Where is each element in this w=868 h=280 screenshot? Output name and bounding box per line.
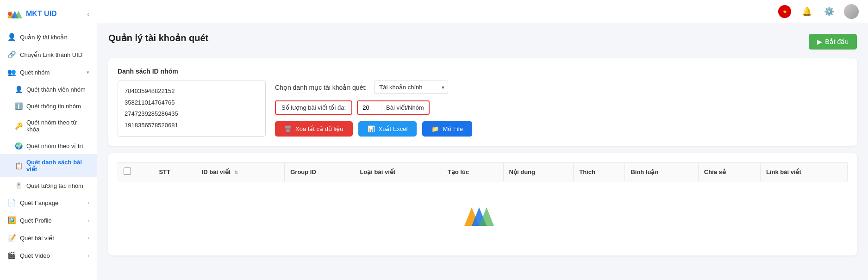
col-stt: STT xyxy=(153,163,196,181)
gear-icon: ⚙️ xyxy=(824,6,834,17)
logo-area: MKT UID ‹ xyxy=(0,0,97,28)
open-file-button[interactable]: 📁 Mở File xyxy=(422,121,472,137)
id-item: 784035948822152 xyxy=(125,86,259,97)
col-noi-dung: Nội dung xyxy=(503,163,574,181)
table-card: STT ID bài viết ⇅ Group ID Loại bài viết xyxy=(108,153,857,255)
max-posts-label: Số lượng bài viết tối đa: xyxy=(275,100,352,115)
users-icon: 👥 xyxy=(7,68,16,76)
notifications-button[interactable]: 🔔 xyxy=(799,4,814,19)
col-id-bai-viet: ID bài viết ⇅ xyxy=(196,163,285,181)
sidebar-item-label: Quét nhóm theo vị trí xyxy=(26,143,83,149)
sidebar-item-label: Quét Video xyxy=(20,252,50,259)
sidebar-item-quet-bai-viet-menu[interactable]: 📝 Quét bài viết › xyxy=(0,229,97,247)
select-all-checkbox[interactable] xyxy=(124,168,131,175)
max-posts-input-group: Bài viết/Nhóm xyxy=(357,100,430,115)
delete-all-button[interactable]: 🗑️ Xóa tất cả dữ liệu xyxy=(275,121,353,137)
sidebar: MKT UID ‹ 👤 Quản lý tài khoản 🔗 Chuyển L… xyxy=(0,0,97,280)
sidebar-item-quet-nhom[interactable]: 👥 Quét nhóm ▾ xyxy=(0,63,97,81)
page-title: Quản lý tài khoản quét xyxy=(108,32,208,44)
account-select-row: Chọn danh mục tài khoản quét: Tài khoản … xyxy=(275,81,848,94)
content-area: Quản lý tài khoản quét ▶ Bắt đầu Danh sá… xyxy=(97,23,868,280)
data-table: STT ID bài viết ⇅ Group ID Loại bài viết xyxy=(118,162,848,181)
trash-icon: 🗑️ xyxy=(284,125,292,132)
export-excel-button[interactable]: 📊 Xuất Excel xyxy=(358,121,417,137)
sidebar-item-label: Quản lý tài khoản xyxy=(20,34,68,41)
sidebar-item-chuyen-link[interactable]: 🔗 Chuyển Link thành UID xyxy=(0,46,97,63)
video-icon: 🎬 xyxy=(7,251,16,260)
sidebar-item-label: Quét tương tác nhóm xyxy=(26,182,83,189)
account-select-label: Chọn danh mục tài khoản quét: xyxy=(275,84,367,91)
main-card: Danh sách ID nhóm 784035948822152 358211… xyxy=(108,58,857,146)
user-icon: 👤 xyxy=(7,33,16,41)
sidebar-item-quet-video[interactable]: 🎬 Quét Video › xyxy=(0,247,97,264)
sidebar-item-quet-profile[interactable]: 🖼️ Quét Profile › xyxy=(0,212,97,229)
post-icon: 📝 xyxy=(7,234,16,242)
profile-icon: 🖼️ xyxy=(7,216,16,224)
sidebar-item-label: Quét Profile xyxy=(20,217,52,224)
sidebar-item-quet-tuong-tac[interactable]: 🖱️ Quét tương tác nhóm xyxy=(0,177,97,194)
id-item: 1918356578520681 xyxy=(125,120,259,131)
right-controls: Chọn danh mục tài khoản quét: Tài khoản … xyxy=(275,81,848,137)
app-title: MKT UID xyxy=(26,10,57,18)
empty-logo-icon xyxy=(464,200,501,228)
col-link-bai-viet: Link bài viết xyxy=(760,163,847,181)
col-tao-luc: Tạo lúc xyxy=(442,163,503,181)
link-icon: 🔗 xyxy=(7,50,16,59)
sidebar-item-quet-thanh-vien[interactable]: 👤 Quét thành viên nhóm xyxy=(0,81,97,98)
sidebar-item-label: Quét bài viết xyxy=(20,235,54,242)
chevron-right-icon: › xyxy=(87,218,89,223)
start-button-label: Bắt đầu xyxy=(825,38,849,45)
sidebar-item-label: Quét thông tin nhóm xyxy=(26,103,81,110)
open-file-label: Mở File xyxy=(443,125,462,132)
interact-icon: 🖱️ xyxy=(15,182,23,189)
max-posts-row: Số lượng bài viết tối đa: Bài viết/Nhóm xyxy=(275,100,848,115)
play-icon: ▶ xyxy=(817,38,822,45)
list-icon: 📋 xyxy=(15,162,23,169)
location-icon: 🌍 xyxy=(15,142,23,149)
sidebar-item-quet-fanpage[interactable]: 📄 Quét Fanpage › xyxy=(0,194,97,212)
col-group-id: Group ID xyxy=(285,163,354,181)
key-icon: 🔑 xyxy=(15,122,23,130)
id-list-box[interactable]: 784035948822152 358211014764765 27472392… xyxy=(118,81,266,137)
settings-button[interactable]: ⚙️ xyxy=(822,4,837,19)
sidebar-item-label: Quét thành viên nhóm xyxy=(26,86,86,93)
svg-point-3 xyxy=(8,12,12,16)
max-posts-unit: Bài viết/Nhóm xyxy=(381,101,429,114)
topbar: ★ 🔔 ⚙️ xyxy=(97,0,868,23)
excel-icon: 📊 xyxy=(368,125,375,132)
sidebar-item-quet-bai-viet[interactable]: 📋 Quét danh sách bài viết xyxy=(0,154,97,177)
sidebar-collapse-button[interactable]: ‹ xyxy=(87,10,89,18)
export-excel-label: Xuất Excel xyxy=(379,125,408,132)
chevron-right-icon: › xyxy=(87,235,89,241)
chevron-right-icon: › xyxy=(87,253,89,258)
flag-button[interactable]: ★ xyxy=(777,4,792,19)
col-checkbox xyxy=(118,163,153,181)
sidebar-item-label: Quét nhóm theo từ khóa xyxy=(26,119,89,133)
sidebar-item-quet-vi-tri[interactable]: 🌍 Quét nhóm theo vị trí xyxy=(0,137,97,154)
sidebar-item-label: Chuyển Link thành UID xyxy=(20,51,82,58)
max-posts-input[interactable] xyxy=(358,101,381,114)
user-avatar[interactable] xyxy=(844,4,859,19)
sidebar-item-quan-ly-tai-khoan[interactable]: 👤 Quản lý tài khoản xyxy=(0,28,97,46)
sort-icon[interactable]: ⇅ xyxy=(234,170,238,175)
action-buttons-row: 🗑️ Xóa tất cả dữ liệu 📊 Xuất Excel 📁 Mở … xyxy=(275,121,848,137)
start-button[interactable]: ▶ Bắt đầu xyxy=(809,34,857,50)
empty-state xyxy=(118,181,848,246)
chevron-right-icon: › xyxy=(87,200,89,205)
sidebar-item-quet-thong-tin[interactable]: ℹ️ Quét thông tin nhóm xyxy=(0,98,97,114)
account-select-wrapper: Tài khoản chính Tài khoản phụ xyxy=(374,81,448,94)
app-logo-icon xyxy=(7,6,22,21)
main-area: ★ 🔔 ⚙️ Quản lý tài khoản quét ▶ Bắt đầu … xyxy=(97,0,868,280)
col-binh-luan: Bình luận xyxy=(625,163,698,181)
page-header: Quản lý tài khoản quét ▶ Bắt đầu xyxy=(108,32,857,51)
fanpage-icon: 📄 xyxy=(7,199,16,207)
col-thich: Thích xyxy=(574,163,625,181)
sidebar-item-label: Quét danh sách bài viết xyxy=(26,159,89,173)
table-header: STT ID bài viết ⇅ Group ID Loại bài viết xyxy=(118,163,848,181)
delete-all-label: Xóa tất cả dữ liệu xyxy=(295,125,343,132)
col-loai-bai-viet: Loại bài viết xyxy=(354,163,442,181)
flag-icon: ★ xyxy=(778,5,791,18)
sidebar-item-quet-tu-khoa[interactable]: 🔑 Quét nhóm theo từ khóa xyxy=(0,114,97,137)
top-section: 784035948822152 358211014764765 27472392… xyxy=(118,81,848,137)
account-select[interactable]: Tài khoản chính Tài khoản phụ xyxy=(374,81,448,94)
